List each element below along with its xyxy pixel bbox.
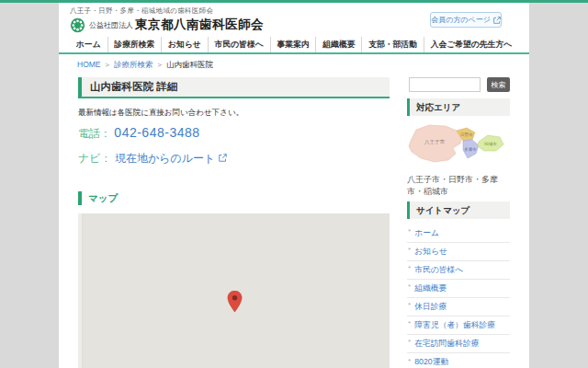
- sitemap-item-label: 在宅訪問歯科診療: [414, 339, 479, 350]
- region-label-hachioji: 八王子市: [424, 139, 446, 145]
- member-page-button[interactable]: 会員の方のページ: [430, 12, 502, 28]
- sitemap-item-citizens[interactable]: * 市民の皆様へ: [407, 261, 510, 280]
- asterisk-bullet-icon: *: [408, 282, 411, 291]
- site-brand[interactable]: 公益社団法人 東京都八南歯科医師会: [70, 17, 264, 33]
- asterisk-bullet-icon: *: [408, 338, 411, 346]
- region-label-hino: 日野市: [460, 132, 473, 137]
- sitemap-heading: サイトマップ: [407, 201, 510, 219]
- map-canvas[interactable]: [78, 213, 390, 368]
- sitemap-item-label: 組織概要: [414, 283, 447, 294]
- phone-row: 電話： 042-648-3488: [78, 125, 200, 142]
- external-link-icon: [493, 17, 501, 24]
- asterisk-bullet-icon: *: [408, 319, 411, 328]
- nav-item-organization[interactable]: 組織概要: [315, 37, 361, 52]
- sitemap-item-organization[interactable]: * 組織概要: [407, 280, 510, 298]
- sitemap-item-home[interactable]: * ホーム: [407, 224, 510, 243]
- nav-item-home[interactable]: ホーム: [70, 37, 107, 52]
- asterisk-bullet-icon: *: [408, 227, 411, 236]
- service-area-text: 八王子市・日野市・多摩市・稲城市: [407, 174, 510, 198]
- service-area-heading: 対応エリア: [407, 98, 510, 116]
- map-heading-label: マップ: [88, 192, 118, 205]
- sitemap-item-label: 市民の皆様へ: [414, 265, 463, 276]
- breadcrumb-section-link[interactable]: 診療所検索: [114, 60, 153, 69]
- site-tagline: 八王子・日野・多摩・稲城地域の歯科医師会: [70, 6, 213, 16]
- phone-number: 042-648-3488: [114, 125, 199, 140]
- asterisk-bullet-icon: *: [408, 357, 411, 365]
- phone-label: 電話：: [78, 127, 111, 140]
- sitemap-item-label: 障害児（者）歯科診療: [414, 320, 495, 331]
- breadcrumb-home-link[interactable]: HOME: [77, 60, 101, 69]
- nav-item-clinic-search[interactable]: 診療所検索: [107, 37, 162, 52]
- route-from-current-location-link[interactable]: 現在地からのルート: [115, 152, 215, 165]
- sitemap-item-disabled-care[interactable]: * 障害児（者）歯科診療: [407, 316, 510, 335]
- sidebar-search: 検索: [409, 77, 510, 92]
- sitemap-item-label: 8020運動: [414, 357, 448, 368]
- heading-accent-bar: [78, 191, 82, 205]
- search-button[interactable]: 検索: [487, 77, 510, 92]
- sitemap-item-label: お知らせ: [414, 247, 447, 258]
- sitemap-item-home-visit[interactable]: * 在宅訪問歯科診療: [407, 335, 510, 353]
- service-area-map: 八王子市 日野市 多摩市 稲城市: [407, 121, 510, 172]
- map-section-heading: マップ: [78, 191, 118, 205]
- nav-item-branches[interactable]: 支部・部活動: [361, 37, 423, 52]
- navi-row: ナビ： 現在地からのルート: [78, 151, 227, 167]
- asterisk-bullet-icon: *: [408, 264, 411, 272]
- sitemap-item-label: 休日診療: [414, 302, 447, 313]
- contact-note: 最新情報は各医院に直接お問い合わせ下さい。: [78, 108, 243, 119]
- external-link-icon: [219, 154, 227, 162]
- sitemap-item-news[interactable]: * お知らせ: [407, 243, 510, 261]
- main-nav: ホーム 診療所検索 お知らせ 市民の皆様へ 事業案内 組織概要 支部・部活動 入…: [59, 37, 529, 54]
- sitemap-item-label: ホーム: [414, 228, 439, 239]
- sitemap-list: * ホーム * お知らせ * 市民の皆様へ * 組織概要 * 休日診療 * 障害…: [407, 224, 510, 368]
- breadcrumb-current: 山内歯科医院: [166, 60, 213, 69]
- map-tile-edge: [78, 213, 83, 368]
- nav-item-business[interactable]: 事業案内: [270, 37, 316, 52]
- org-name: 東京都八南歯科医師会: [135, 17, 264, 33]
- asterisk-bullet-icon: *: [408, 246, 411, 254]
- breadcrumb-separator: ＞: [104, 60, 112, 69]
- nav-item-citizens[interactable]: 市民の皆様へ: [208, 37, 270, 52]
- member-page-button-label: 会員の方のページ: [431, 15, 491, 25]
- nav-item-join[interactable]: 入会ご希望の先生方へ: [424, 37, 518, 52]
- page-title: 山内歯科医院 詳細: [78, 77, 390, 98]
- org-logo-icon: [70, 17, 85, 33]
- sitemap-item-8020[interactable]: * 8020運動: [407, 353, 510, 368]
- nav-item-news[interactable]: お知らせ: [161, 37, 208, 52]
- region-label-inagi: 稲城市: [484, 142, 497, 146]
- sitemap-item-holiday-care[interactable]: * 休日診療: [407, 298, 510, 316]
- breadcrumb-separator: ＞: [156, 60, 164, 69]
- org-prefix: 公益社団法人: [89, 20, 133, 30]
- search-input[interactable]: [409, 77, 481, 92]
- page-container: 八王子・日野・多摩・稲城地域の歯科医師会 公益社団法人 東京都八南歯科医師会 会…: [59, 3, 529, 368]
- breadcrumb: HOME＞診療所検索＞山内歯科医院: [77, 60, 213, 71]
- asterisk-bullet-icon: *: [408, 301, 411, 309]
- map-pin-icon[interactable]: [227, 291, 243, 313]
- navi-label: ナビ：: [78, 152, 112, 165]
- region-label-tama: 多摩市: [464, 147, 477, 152]
